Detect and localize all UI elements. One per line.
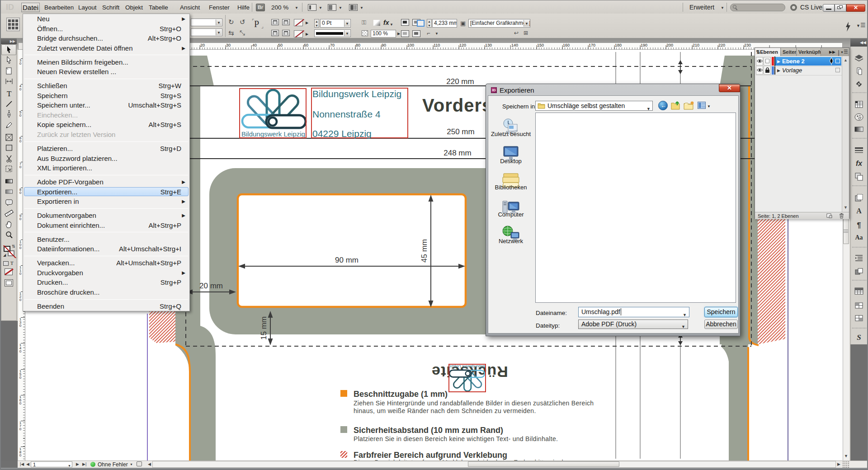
svg-text:Ziehen Sie Hintergründe und ra: Ziehen Sie Hintergründe und randabfallen… [354,400,594,407]
svg-text:hinaus, um weiße Ränder nach d: hinaus, um weiße Ränder nach dem Schneid… [354,407,536,414]
svg-text:20 mm: 20 mm [199,282,223,290]
svg-text:Bildungswerk Leipzig: Bildungswerk Leipzig [241,130,305,138]
svg-text:15 mm: 15 mm [259,316,268,340]
svg-text:Farbfreier Bereich aufgrund Ve: Farbfreier Bereich aufgrund Verklebung [354,451,507,460]
svg-text:04229 Leipzig: 04229 Leipzig [312,128,372,139]
svg-text:Beschnittzugabe (1 mm): Beschnittzugabe (1 mm) [354,390,448,399]
svg-text:Sicherheitsabstand (10 mm zum: Sicherheitsabstand (10 mm zum Rand) [354,426,503,435]
svg-text:250 mm: 250 mm [447,127,474,136]
svg-text:Bildungswerk Leipzig: Bildungswerk Leipzig [312,89,401,99]
svg-text:90 mm: 90 mm [335,256,359,264]
svg-text:Bildungswerk Leipzig: Bildungswerk Leipzig [448,364,485,369]
svg-text:T: T [7,89,12,98]
svg-text:248 mm: 248 mm [443,149,471,157]
svg-text:Nonnenstraße 4: Nonnenstraße 4 [312,109,381,119]
svg-text:45 mm: 45 mm [420,239,429,263]
svg-text:220 mm: 220 mm [446,77,474,86]
svg-text:Platzieren Sie in diesen Berei: Platzieren Sie in diesen Bereich keine w… [354,435,558,442]
